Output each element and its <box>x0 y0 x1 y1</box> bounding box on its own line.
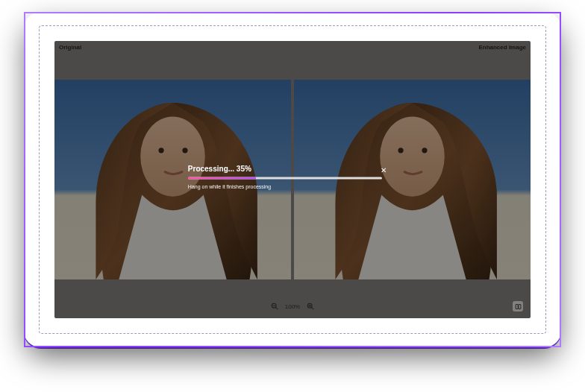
processing-hint: Hang on while it finishes processing <box>188 183 382 189</box>
svg-point-5 <box>380 116 445 196</box>
compare-split-icon <box>515 303 522 310</box>
zoom-out-icon <box>271 303 278 310</box>
zoom-in-icon <box>307 303 314 310</box>
svg-rect-15 <box>516 304 518 309</box>
zoom-level-label: 100% <box>285 303 300 310</box>
close-modal-button[interactable]: ✕ <box>381 165 387 174</box>
svg-point-3 <box>182 148 187 153</box>
enhanced-label: Enhanced Image <box>478 44 526 51</box>
zoom-toolbar: 100% <box>54 302 531 311</box>
zoom-out-button[interactable] <box>270 302 279 311</box>
showcase-frame: Original Enhanced Image <box>24 12 561 347</box>
zoom-in-button[interactable] <box>306 302 315 311</box>
svg-point-2 <box>158 148 163 153</box>
processing-title: Processing... 35% <box>188 164 382 172</box>
svg-rect-16 <box>518 304 520 309</box>
original-label: Original <box>59 44 81 51</box>
progress-bar-fill <box>188 177 256 179</box>
svg-point-7 <box>422 148 427 153</box>
svg-line-9 <box>275 308 278 310</box>
processing-modal: ✕ Processing... 35% Hang on while it fin… <box>188 164 382 189</box>
dashed-container: Original Enhanced Image <box>39 25 546 334</box>
svg-line-12 <box>312 308 314 310</box>
svg-point-6 <box>398 148 403 153</box>
compare-toggle-button[interactable] <box>513 301 523 312</box>
progress-bar-track <box>188 177 382 179</box>
